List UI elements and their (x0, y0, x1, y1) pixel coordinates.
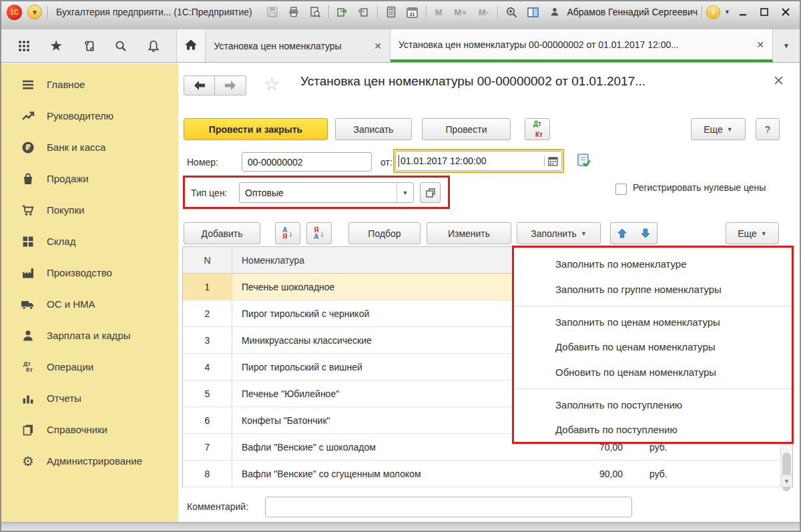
forward-button[interactable] (215, 75, 246, 95)
memory-m-button[interactable]: M (432, 7, 446, 17)
tab-price-setting-document[interactable]: Установка цен номенклатуры 00-00000002 о… (390, 29, 773, 62)
info-dropdown-icon[interactable]: ▼ (724, 9, 730, 15)
more-button[interactable]: Еще▼ (691, 118, 746, 140)
import-doc-icon[interactable] (356, 5, 372, 19)
menu-item[interactable]: Заполнить по номенклатуре (514, 252, 792, 277)
split-window-icon[interactable] (525, 5, 541, 19)
pick-button[interactable]: Подбор (348, 222, 421, 244)
chevron-down-icon: ▼ (727, 126, 733, 133)
number-input[interactable]: 00-00000002 (242, 152, 372, 172)
chevron-down-icon[interactable]: ▼ (396, 183, 413, 202)
factory-icon (20, 265, 36, 281)
column-header-n[interactable]: N (183, 247, 232, 273)
info-button[interactable]: i (706, 5, 720, 19)
close-button[interactable] (777, 7, 794, 18)
apps-grid-icon[interactable] (14, 36, 34, 56)
calendar-picker-icon[interactable] (544, 156, 561, 166)
titlebar: 1С ▼ Бухгалтерия предприяти... (1С:Предп… (1, 1, 800, 29)
current-user[interactable]: Абрамов Геннадий Сергеевич (567, 7, 698, 17)
move-row-up-button[interactable] (610, 222, 634, 244)
print-preview-icon[interactable] (307, 5, 323, 19)
home-icon (184, 38, 198, 54)
sidebar-item[interactable]: ₽ Банк и касса (1, 131, 178, 163)
table-more-button[interactable]: Еще▼ (726, 222, 779, 244)
sort-ascending-button[interactable]: АЯ ↓ (275, 222, 300, 244)
move-row-down-button[interactable] (633, 222, 657, 244)
window-title: Бухгалтерия предприяти... (1С:Предприяти… (56, 7, 252, 17)
menu-item[interactable]: Обновить по ценам номенклатуры (514, 360, 792, 385)
favorite-toggle-star-icon[interactable]: ☆ (264, 75, 280, 93)
sidebar-item[interactable]: Зарплата и кадры (1, 320, 178, 351)
sidebar-item[interactable]: Руководителю (1, 100, 178, 131)
window-bottom-frame (1, 522, 800, 531)
sidebar-item[interactable]: Производство (1, 257, 178, 288)
gear-icon: ⚙ (20, 453, 36, 469)
truck-icon (20, 296, 36, 312)
date-input[interactable]: 01.01.2017 12:00:00 (395, 151, 562, 171)
user-icon (547, 5, 563, 19)
notifications-bell-icon[interactable] (144, 36, 164, 56)
post-and-close-button[interactable]: Провести и закрыть (184, 118, 328, 140)
warehouse-icon (20, 234, 36, 250)
table-row[interactable]: 8 Вафли "Венские" со сгущенным молоком 9… (183, 461, 792, 487)
sidebar-item[interactable]: Покупки (1, 194, 178, 226)
close-icon[interactable]: ✕ (756, 39, 764, 50)
post-button[interactable]: Провести (422, 118, 511, 140)
sidebar-item[interactable]: Справочники (1, 414, 178, 445)
sidebar-item[interactable]: Отчеты (1, 382, 178, 414)
sidebar-item[interactable]: ⚙ Администрирование (1, 445, 178, 477)
column-header-nomenclature[interactable]: Номенклатура (232, 255, 549, 266)
divider (328, 5, 329, 19)
favorites-star-icon[interactable]: ★ (46, 36, 66, 56)
tab-price-setting-list[interactable]: Установка цен номенклатуры ✕ (206, 29, 390, 62)
chevron-down-icon: ▼ (581, 230, 587, 237)
memory-mminus-button[interactable]: M- (475, 7, 492, 17)
maximize-button[interactable] (756, 7, 773, 18)
sidebar-item[interactable]: ОС и НМА (1, 288, 178, 320)
edit-button[interactable]: Изменить (427, 222, 511, 244)
comment-input[interactable] (265, 497, 632, 517)
save-button[interactable]: Записать (335, 118, 412, 140)
main-menu-button[interactable]: ▼ (27, 5, 42, 19)
form-close-icon[interactable] (774, 75, 783, 87)
menu-item[interactable]: Добавить по поступлению (514, 417, 792, 443)
search-icon[interactable] (111, 36, 131, 56)
zoom-icon[interactable] (503, 5, 519, 19)
sidebar-item[interactable]: ДтКт Операции (1, 351, 178, 382)
add-row-button[interactable]: Добавить (184, 222, 260, 244)
sort-descending-button[interactable]: ЯА ↓ (306, 222, 332, 244)
back-button[interactable] (184, 75, 215, 95)
tabbar: ★ Установка цен номенклатуры ✕ Установка… (1, 29, 800, 63)
sidebar-item[interactable]: Склад (1, 226, 178, 257)
save-icon[interactable] (264, 5, 280, 19)
date-field-highlight: 01.01.2017 12:00:00 (393, 149, 564, 173)
divider (702, 5, 702, 19)
print-icon[interactable] (286, 5, 302, 19)
menu-item[interactable]: Заполнить по ценам номенклатуры (514, 306, 792, 334)
tab-label: Установка цен номенклатуры (214, 41, 368, 51)
sidebar-item[interactable]: Главное (1, 69, 178, 100)
price-type-combobox[interactable]: Оптовые ▼ (239, 182, 414, 203)
tabs-overflow-icon[interactable]: ▼ (773, 29, 800, 62)
tab-home[interactable] (177, 29, 206, 62)
menu-item[interactable]: Заполнить по поступлению (514, 388, 792, 417)
fill-menu-button[interactable]: Заполнить▼ (517, 222, 601, 244)
sidebar-item[interactable]: Продажи (1, 163, 178, 194)
history-icon[interactable] (79, 36, 99, 56)
minimize-button[interactable] (734, 7, 752, 18)
menu-item[interactable]: Добавить по ценам номенклатуры (514, 334, 792, 360)
open-reference-icon[interactable] (420, 182, 441, 203)
help-button[interactable]: ? (756, 118, 780, 140)
register-zero-prices-checkbox[interactable] (615, 184, 627, 195)
calendar-icon[interactable]: 31 (405, 5, 421, 19)
show-postings-dtkt-button[interactable]: ДтКт (525, 118, 550, 140)
memory-mplus-button[interactable]: M+ (451, 7, 470, 17)
calendar-day: 31 (410, 11, 415, 16)
export-doc-icon[interactable] (334, 5, 350, 19)
calculator-icon[interactable] (383, 5, 399, 19)
scrollbar-down-icon[interactable]: ▼ (781, 475, 792, 487)
menu-item[interactable]: Заполнить по группе номенклатуры (514, 277, 792, 302)
close-icon[interactable]: ✕ (374, 41, 382, 51)
divider (377, 5, 378, 19)
date-label: от: (380, 157, 392, 168)
